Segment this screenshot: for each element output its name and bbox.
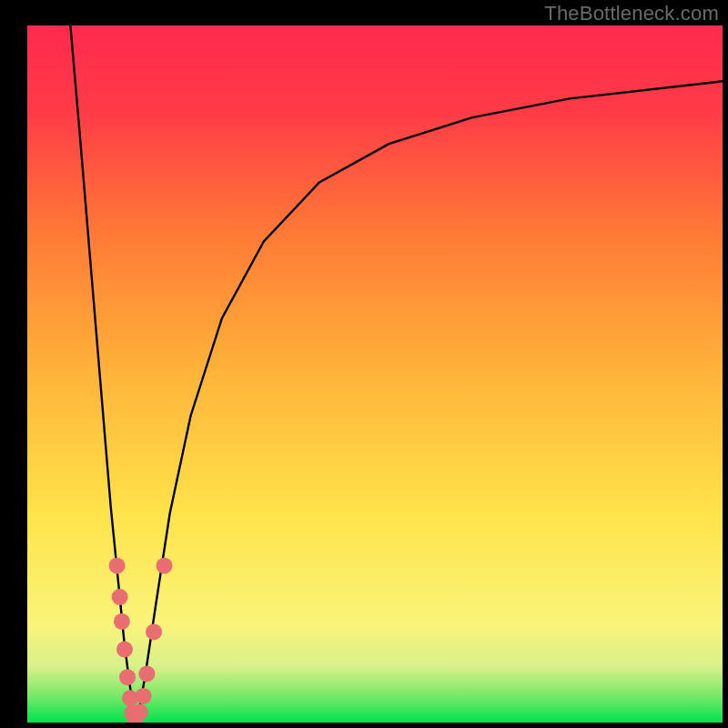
marker-point [146,623,162,640]
marker-point [114,613,130,630]
marker-point [138,665,155,682]
watermark-text: TheBottleneck.com [544,2,719,25]
marker-point [136,688,152,704]
plot-area [27,25,723,723]
marker-point [116,642,133,658]
marker-point [132,704,148,721]
marker-point [157,558,173,574]
marker-point [119,669,136,685]
marker-point [112,589,128,605]
chart-root: TheBottleneck.com [0,0,728,728]
chart-svg [27,25,723,723]
marker-point [109,558,126,574]
gradient-background [27,25,723,723]
